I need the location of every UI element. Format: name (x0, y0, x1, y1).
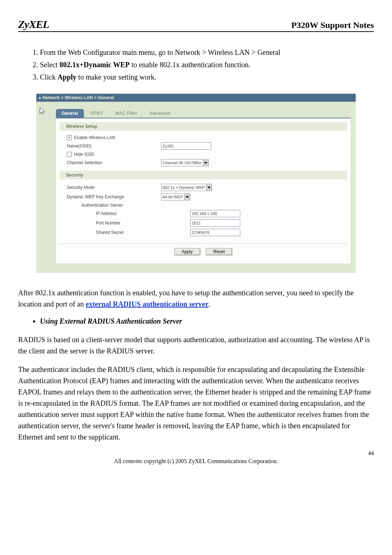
step-2-bold: 802.1x+Dynamic WEP (60, 61, 130, 69)
port-number-input[interactable]: 1812 (190, 219, 240, 227)
section-wireless-setup: Wireless Setup (60, 122, 347, 131)
apply-button[interactable]: Apply (174, 248, 200, 255)
paragraph-after-screenshot: After 802.1x authentication function is … (18, 287, 374, 310)
paragraph-radius-1: RADIUS is based on a client-server model… (18, 334, 374, 357)
logo: ZyXEL (18, 18, 49, 31)
cursor-icon (39, 107, 46, 116)
step-1: From the Web Configurator main menu, go … (40, 46, 374, 58)
enable-wlan-checkbox[interactable]: ✔ (67, 135, 72, 140)
external-radius-link[interactable]: external RADIUS authentication server (86, 300, 208, 308)
tab-advanced[interactable]: Advanced (144, 109, 176, 118)
page-title: P320W Support Notes (291, 20, 374, 30)
shared-secret-label: Shared Secret (67, 230, 190, 235)
hide-ssid-checkbox[interactable] (67, 152, 72, 157)
dynamic-wep-value: 64-bit WEP (163, 194, 183, 200)
separator (60, 243, 347, 244)
tab-macfilter[interactable]: MAC Filter (110, 109, 143, 118)
step-1-text: From the Web Configurator main menu, go … (40, 48, 281, 56)
chevron-down-icon (184, 194, 190, 200)
step-3-post: to make your setting work. (77, 73, 156, 81)
step-2-post: to enable 802.1x authentication function… (130, 61, 250, 69)
para-after-post: . (208, 300, 210, 308)
ip-address-input[interactable]: 192.168.1.100 (190, 210, 240, 217)
shared-secret-input[interactable]: 12345678 (190, 229, 240, 236)
tab-bar: General OTIST MAC Filter Advanced (56, 109, 351, 118)
step-2-pre: Select (40, 61, 60, 69)
subsection-heading: Using External RADIUS Authentication Ser… (40, 317, 374, 325)
paragraph-radius-2: The authenticator includes the RADIUS cl… (18, 364, 374, 443)
ssid-input[interactable]: ZyXEL (161, 142, 211, 150)
security-mode-label: Security Mode (67, 185, 161, 190)
screenshot: ▸ Network > Wireless LAN > General Gener… (36, 94, 356, 273)
step-3-bold: Apply (57, 73, 76, 81)
security-mode-select[interactable]: 802.1x + Dynamic WEP (161, 184, 212, 191)
section-security: Security (60, 171, 347, 179)
channel-select[interactable]: Channel-06 2427MHz (161, 159, 209, 166)
panel: Wireless Setup ✔ Enable Wireless LAN Nam… (56, 118, 351, 263)
auth-server-label: Authentication Server (67, 203, 176, 208)
step-3-pre: Click (40, 73, 57, 81)
breadcrumb-text: Network > Wireless LAN > General (42, 95, 114, 100)
step-2: Select 802.1x+Dynamic WEP to enable 802.… (40, 59, 374, 70)
dynamic-wep-label: Dynamic WEP Key Exchange (67, 194, 161, 199)
instruction-list: From the Web Configurator main menu, go … (29, 46, 374, 83)
tab-otist[interactable]: OTIST (85, 109, 109, 118)
step-3: Click Apply to make your setting work. (40, 71, 374, 83)
channel-label: Channel Selection (67, 160, 161, 165)
reset-button[interactable]: Reset (206, 248, 232, 255)
hide-ssid-label: Hide SSID (74, 152, 94, 157)
tab-general[interactable]: General (56, 109, 84, 118)
dynamic-wep-select[interactable]: 64-bit WEP (161, 193, 190, 200)
chevron-down-icon (203, 160, 208, 166)
chevron-down-icon (206, 185, 212, 190)
security-mode-value: 802.1x + Dynamic WEP (163, 185, 205, 190)
page-number: 44 (18, 450, 374, 457)
port-number-label: Port Number (67, 220, 190, 226)
breadcrumb: ▸ Network > Wireless LAN > General (36, 94, 356, 102)
breadcrumb-arrow-icon: ▸ (39, 95, 42, 100)
ssid-label: Name(SSID) (67, 143, 161, 149)
channel-select-value: Channel-06 2427MHz (163, 160, 201, 166)
ip-address-label: IP Address (67, 211, 190, 216)
copyright-footer: All contents copyright (c) 2005 ZyXEL Co… (18, 458, 374, 465)
enable-wlan-label: Enable Wireless LAN (74, 135, 115, 140)
